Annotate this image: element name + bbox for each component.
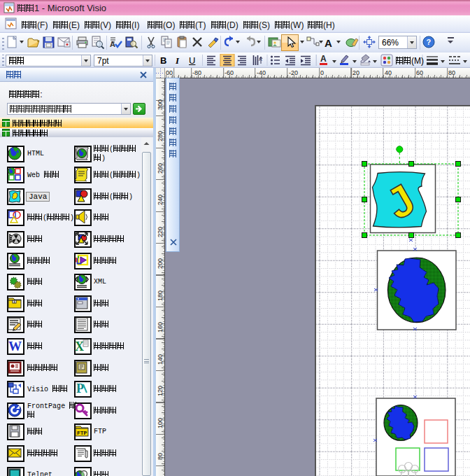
svg-text:?: ?	[427, 38, 432, 46]
svg-text:A: A	[110, 40, 115, 48]
svg-text:A: A	[320, 54, 327, 64]
svg-text:P: P	[76, 382, 84, 396]
svg-text:X: X	[75, 340, 84, 353]
svg-text:W: W	[8, 339, 22, 353]
svg-text:A: A	[259, 57, 262, 62]
svg-text:A: A	[325, 37, 332, 49]
svg-text:FTP: FTP	[77, 430, 87, 436]
